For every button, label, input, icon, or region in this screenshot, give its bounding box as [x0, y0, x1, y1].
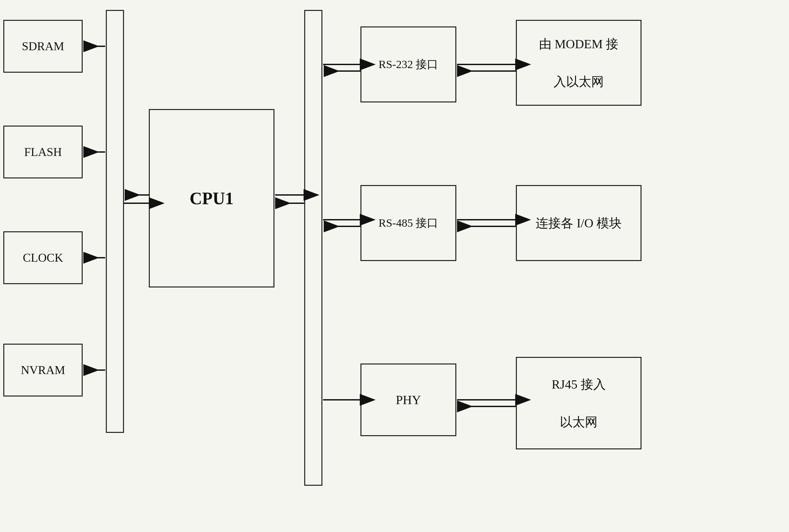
io-box: 连接各 I/O 模块: [516, 185, 642, 261]
rj45-box: RJ45 接入 以太网: [516, 357, 642, 450]
rs485-box: RS-485 接口: [361, 185, 456, 261]
flash-box: FLASH: [3, 126, 83, 178]
left-bus-bar: [106, 10, 124, 433]
cpu1-label: CPU1: [190, 189, 234, 208]
flash-label: FLASH: [24, 145, 62, 159]
phy-label: PHY: [396, 393, 421, 407]
rs485-label: RS-485 接口: [379, 215, 438, 231]
nvram-box: NVRAM: [3, 344, 83, 397]
clock-label: CLOCK: [23, 251, 63, 265]
clock-box: CLOCK: [3, 231, 83, 284]
modem-label: 由 MODEM 接 入以太网: [539, 35, 619, 91]
block-diagram: SDRAM FLASH CLOCK NVRAM CPU1 RS-232 接口 R…: [0, 0, 789, 532]
sdram-box: SDRAM: [3, 20, 83, 73]
sdram-label: SDRAM: [22, 39, 64, 53]
rj45-label: RJ45 接入 以太网: [552, 375, 606, 432]
rs232-box: RS-232 接口: [361, 26, 456, 102]
phy-box: PHY: [361, 363, 456, 436]
modem-box: 由 MODEM 接 入以太网: [516, 20, 642, 106]
right-bus-bar: [304, 10, 323, 486]
io-label: 连接各 I/O 模块: [536, 215, 622, 232]
cpu1-box: CPU1: [149, 109, 274, 287]
nvram-label: NVRAM: [21, 363, 65, 377]
rs232-label: RS-232 接口: [379, 57, 438, 72]
